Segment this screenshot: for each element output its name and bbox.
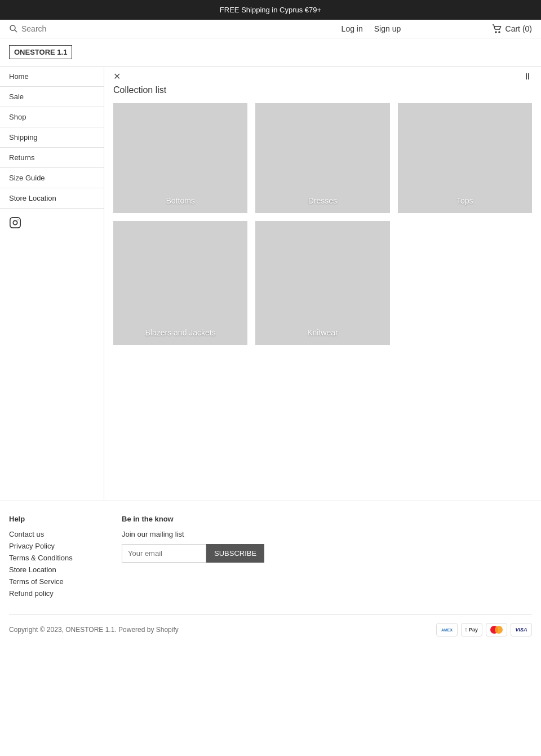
- footer-link-contact[interactable]: Contact us: [9, 530, 99, 538]
- main-layout: Home Sale Shop Shipping Returns Size Gui…: [0, 67, 541, 501]
- payment-icon-applepay:  Pay: [461, 623, 482, 636]
- collection-card-dresses[interactable]: Dresses: [255, 103, 389, 213]
- mailing-subtitle: Join our mailing list: [122, 530, 264, 538]
- sidebar-item-shop[interactable]: Shop: [0, 107, 104, 127]
- sidebar-item-size-guide[interactable]: Size Guide: [0, 168, 104, 188]
- subscribe-button[interactable]: SUBSCRIBE: [206, 544, 264, 563]
- footer-mailing-col: Be in the know Join our mailing list SUB…: [122, 515, 264, 601]
- footer-copyright: Copyright © 2023, ONESTORE 1.1. Powered …: [9, 626, 179, 634]
- collection-label-blazers: Blazers and Jackets: [145, 328, 216, 345]
- footer-top: Help Contact us Privacy Policy Terms & C…: [9, 515, 532, 601]
- sidebar-item-store-location[interactable]: Store Location: [0, 188, 104, 209]
- svg-point-0: [10, 25, 15, 30]
- collection-card-knitwear[interactable]: Knitwear: [255, 221, 389, 345]
- slideshow-controls: ✕ ⏸: [113, 67, 532, 85]
- collection-label-dresses: Dresses: [308, 196, 337, 213]
- collection-label-bottoms: Bottoms: [166, 196, 194, 213]
- collection-title: Collection list: [113, 85, 532, 95]
- svg-point-2: [495, 32, 496, 33]
- search-icon: [9, 24, 18, 33]
- footer-bottom: Copyright © 2023, ONESTORE 1.1. Powered …: [9, 614, 532, 636]
- login-link[interactable]: Log in: [342, 24, 363, 33]
- cart-label: Cart (0): [505, 24, 532, 33]
- collection-label-knitwear: Knitwear: [307, 328, 338, 345]
- sidebar: Home Sale Shop Shipping Returns Size Gui…: [0, 67, 104, 501]
- svg-point-3: [499, 32, 500, 33]
- instagram-link[interactable]: [0, 209, 104, 238]
- logo[interactable]: ONESTORE 1.1: [9, 45, 72, 59]
- collection-card-bottoms[interactable]: Bottoms: [113, 103, 247, 213]
- slide-pause-button[interactable]: ⏸: [523, 72, 532, 82]
- svg-point-6: [17, 219, 18, 220]
- search-container: [9, 24, 250, 33]
- email-input[interactable]: [122, 544, 206, 563]
- sidebar-item-returns[interactable]: Returns: [0, 148, 104, 168]
- svg-point-8: [495, 626, 503, 634]
- svg-point-5: [13, 220, 17, 224]
- footer-link-refund[interactable]: Refund policy: [9, 589, 99, 598]
- footer-link-terms-conditions[interactable]: Terms & Conditions: [9, 554, 99, 562]
- cart-button[interactable]: Cart (0): [492, 24, 532, 33]
- footer-link-store-location[interactable]: Store Location: [9, 565, 99, 574]
- payment-icon-visa: VISA: [511, 623, 532, 636]
- collection-card-empty: [398, 221, 532, 331]
- header-nav: Log in Sign up: [250, 24, 491, 33]
- logo-bar: ONESTORE 1.1: [0, 38, 541, 67]
- payment-icon-amex: AMEX: [436, 623, 458, 636]
- payment-icon-mastercard: [486, 623, 507, 636]
- sidebar-item-shipping[interactable]: Shipping: [0, 127, 104, 148]
- slide-prev-button[interactable]: ✕: [113, 71, 121, 82]
- footer-help-col: Help Contact us Privacy Policy Terms & C…: [9, 515, 99, 601]
- collection-card-tops[interactable]: Tops: [398, 103, 532, 213]
- footer-link-privacy[interactable]: Privacy Policy: [9, 542, 99, 550]
- signup-link[interactable]: Sign up: [374, 24, 401, 33]
- top-banner: FREE Shipping in Cyprus €79+: [0, 0, 541, 20]
- header: Log in Sign up Cart (0): [0, 20, 541, 38]
- banner-text: FREE Shipping in Cyprus €79+: [220, 6, 321, 14]
- payment-icons: AMEX  Pay VISA: [436, 623, 532, 636]
- footer: Help Contact us Privacy Policy Terms & C…: [0, 501, 541, 646]
- sidebar-item-home[interactable]: Home: [0, 67, 104, 87]
- svg-rect-4: [10, 218, 20, 228]
- footer-help-title: Help: [9, 515, 99, 523]
- collection-grid-row2: Blazers and Jackets Knitwear: [113, 221, 532, 345]
- content-area: ✕ ⏸ Collection list Bottoms Dresses Tops…: [104, 67, 541, 501]
- sidebar-item-sale[interactable]: Sale: [0, 87, 104, 107]
- footer-link-terms-service[interactable]: Terms of Service: [9, 577, 99, 586]
- footer-mailing-title: Be in the know: [122, 515, 264, 523]
- svg-line-1: [15, 30, 17, 32]
- collection-grid-row1: Bottoms Dresses Tops: [113, 103, 532, 213]
- collection-card-blazers[interactable]: Blazers and Jackets: [113, 221, 247, 345]
- search-input[interactable]: [21, 24, 89, 33]
- spacer: [113, 345, 532, 492]
- collection-label-tops: Tops: [456, 196, 473, 213]
- email-form: SUBSCRIBE: [122, 544, 264, 563]
